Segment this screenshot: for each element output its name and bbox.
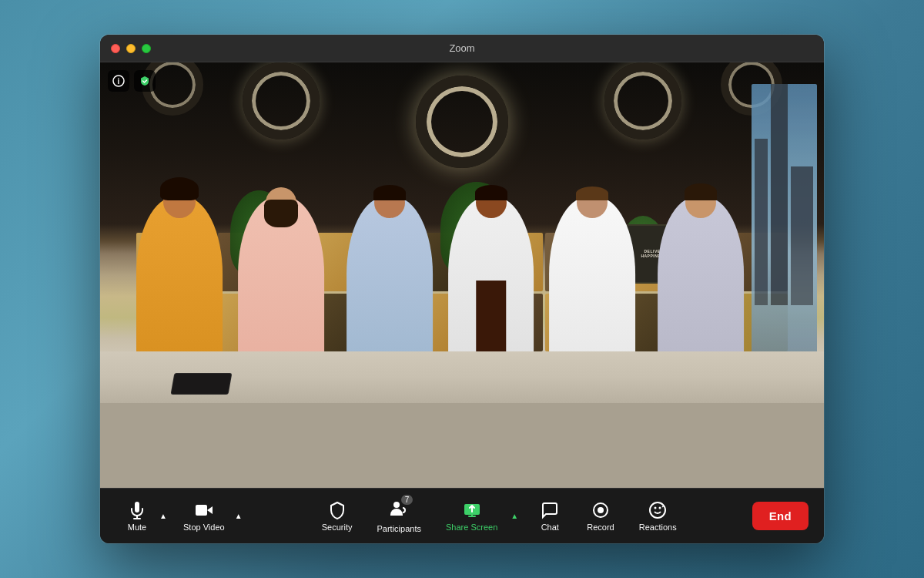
record-button[interactable]: Record xyxy=(578,496,623,536)
toolbar: Mute ▲ Stop Video ▲ Security xyxy=(100,488,824,543)
person-5 xyxy=(541,147,643,368)
city-window xyxy=(752,84,817,361)
toolbar-right: End xyxy=(752,502,808,530)
end-button[interactable]: End xyxy=(752,502,808,530)
person-6 xyxy=(650,147,752,368)
chat-icon xyxy=(541,501,559,519)
svg-rect-4 xyxy=(196,505,207,516)
participants-icon-wrap: 7 xyxy=(390,499,408,521)
mute-label: Mute xyxy=(128,523,146,532)
person-1 xyxy=(129,147,231,368)
info-badges-container: i xyxy=(108,70,156,92)
person-4 xyxy=(440,147,542,368)
participants-label: Participants xyxy=(377,524,421,533)
stop-video-button[interactable]: Stop Video xyxy=(174,496,234,536)
window-title: Zoom xyxy=(449,42,474,54)
video-icon xyxy=(195,501,213,519)
share-screen-button[interactable]: Share Screen xyxy=(437,496,507,536)
reactions-label: Reactions xyxy=(639,523,677,532)
shield-small-icon xyxy=(139,75,151,87)
microphone-icon xyxy=(128,501,146,519)
participants-button[interactable]: 7 Participants xyxy=(368,495,430,538)
video-area: DELIVERHAPPINESS xyxy=(100,62,824,488)
toolbar-center: Security 7 Participants xyxy=(246,495,752,538)
toolbar-left: Mute ▲ Stop Video ▲ xyxy=(116,496,246,536)
security-label: Security xyxy=(322,523,353,532)
info-icon: i xyxy=(112,75,125,87)
tablet-on-desk xyxy=(171,373,233,395)
person-3 xyxy=(339,147,440,368)
mute-button[interactable]: Mute xyxy=(116,496,159,536)
svg-point-8 xyxy=(598,507,604,513)
record-icon xyxy=(591,501,610,519)
share-screen-caret[interactable]: ▲ xyxy=(507,501,522,532)
stop-video-label: Stop Video xyxy=(183,523,225,532)
person-2 xyxy=(230,147,332,368)
participants-count: 7 xyxy=(401,495,413,505)
reactions-icon xyxy=(648,501,667,519)
info-badge[interactable]: i xyxy=(108,70,129,92)
security-button[interactable]: Security xyxy=(313,496,362,536)
close-button[interactable] xyxy=(111,44,120,53)
mute-caret[interactable]: ▲ xyxy=(156,501,171,532)
svg-point-9 xyxy=(650,502,665,518)
chat-label: Chat xyxy=(541,523,559,532)
chat-button[interactable]: Chat xyxy=(528,496,571,536)
minimize-button[interactable] xyxy=(126,44,136,53)
traffic-lights xyxy=(111,44,151,53)
record-label: Record xyxy=(587,523,614,532)
svg-text:i: i xyxy=(118,77,120,86)
title-bar: Zoom xyxy=(100,35,824,62)
reactions-button[interactable]: Reactions xyxy=(630,496,686,536)
video-caret[interactable]: ▲ xyxy=(231,501,246,532)
ceiling-ring-3 xyxy=(604,62,681,139)
ceiling-ring-2 xyxy=(243,62,320,139)
security-badge[interactable] xyxy=(134,70,156,92)
share-screen-icon xyxy=(463,501,481,519)
svg-point-5 xyxy=(393,502,400,508)
security-icon xyxy=(328,501,346,519)
maximize-button[interactable] xyxy=(142,44,151,53)
share-screen-label: Share Screen xyxy=(446,523,497,532)
zoom-window: Zoom xyxy=(100,35,824,543)
